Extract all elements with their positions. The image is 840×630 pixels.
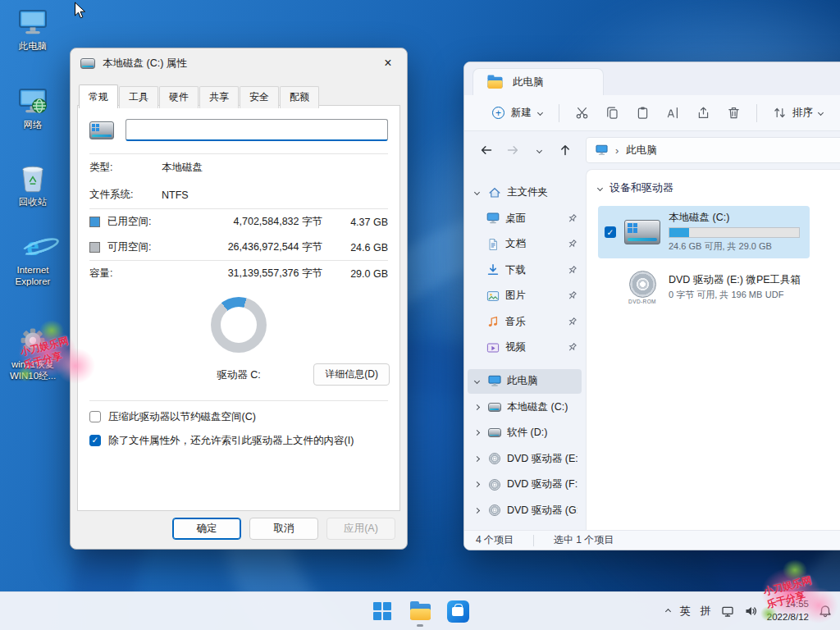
free-space-swatch [89,242,100,253]
chevron-down-icon [537,110,543,116]
sidebar-item-home[interactable]: 主文件夹 [468,180,582,205]
sidebar-item-drive-f[interactable]: DVD 驱动器 (F:) [468,472,582,497]
desktop-icon-win11-restore[interactable]: win11恢复 WIN10经... [2,325,64,382]
address-bar[interactable]: › 此电脑 [586,137,840,163]
drive-tile-f[interactable]: DVD-ROM DVD 驱动器 (F:) [819,266,840,309]
volume-label-input[interactable] [126,119,388,141]
used-space-gb: 4.37 GB [322,217,388,228]
volume-icon[interactable] [744,605,757,618]
paste-button[interactable] [628,100,657,126]
desktop-icon-this-pc[interactable]: 此电脑 [2,7,64,52]
close-icon[interactable]: × [369,49,407,77]
drive-filesystem: UDF [765,290,784,299]
rename-button[interactable] [659,100,687,126]
divider [533,535,534,546]
chevron-right-icon[interactable] [473,404,479,409]
language-indicator[interactable]: 英 [680,604,691,619]
compress-checkbox-row[interactable]: 压缩此驱动器以节约磁盘空间(C) [78,401,399,425]
sidebar-item-drive-d[interactable]: 软件 (D:) [468,421,582,445]
chevron-right-icon[interactable] [473,455,479,461]
ok-button[interactable]: 确定 [172,518,241,540]
taskbar-tray: 英 拼 14:55 2022/8/12 [666,592,832,630]
sidebar-item-downloads[interactable]: 下载 [468,258,582,282]
desktop-icon-recycle-bin[interactable]: 回收站 [2,162,64,208]
recent-locations-button[interactable] [527,138,551,162]
sidebar-item-pictures[interactable]: 图片 [468,284,582,308]
notification-bell-icon[interactable] [819,605,832,618]
file-explorer-taskbar-button[interactable] [404,595,436,628]
drive-tile-d[interactable]: 软件 (D:) [819,206,840,258]
up-button[interactable] [553,138,578,162]
drive-detail: 0 字节 可用, 共 196 MB [669,290,762,299]
forward-button[interactable] [500,138,525,162]
windows-logo-icon [373,602,391,620]
drive-tile-e[interactable]: DVD-ROM DVD 驱动器 (E:) 微PE工具箱 0 字节 可用, 共 1… [598,266,810,309]
sidebar-item-drive-g[interactable]: DVD 驱动器 (G:) [468,498,582,523]
home-icon [487,186,501,199]
capacity-row: 容量: 31,139,557,376 字节 29.0 GB [78,261,399,286]
chevron-right-icon[interactable] [473,430,479,436]
desktop-icon-network[interactable]: 网络 [2,85,64,130]
item-checkbox[interactable] [605,282,616,294]
used-space-row: 已用空间: 4,702,584,832 字节 4.37 GB [78,209,399,235]
dvd-rom-icon [629,271,656,298]
sidebar-item-drive-c[interactable]: 本地磁盘 (C:) [468,395,582,419]
desktop-icon-internet-explorer[interactable]: e Internet Explorer [2,231,64,288]
share-button[interactable] [689,100,718,126]
cut-button[interactable] [568,100,596,126]
taskbar-center-icons [366,595,474,628]
tab-general[interactable]: 常规 [79,84,118,108]
section-devices-and-drives[interactable]: 设备和驱动器 [598,180,840,195]
item-checkbox[interactable] [826,282,838,294]
windows-flag-icon [628,223,637,233]
network-icon[interactable] [721,605,734,618]
chevron-right-icon[interactable] [473,507,479,513]
index-checkbox-row[interactable]: ✓ 除了文件属性外，还允许索引此驱动器上文件的内容(I) [78,425,399,449]
item-checkbox[interactable]: ✓ [605,226,616,238]
apply-button[interactable]: 应用(A) [326,518,395,540]
drive-tile-c[interactable]: ✓ 本地磁盘 (C:) 24.6 GB 可用, 共 29.0 GB [598,206,810,258]
back-button[interactable] [474,138,499,162]
tab-security[interactable]: 安全 [240,86,279,108]
filesystem-value: NTFS [162,189,189,201]
explorer-titlebar[interactable]: 此电脑 [464,62,840,95]
details-button[interactable]: 详细信息(D) [313,363,390,386]
clock[interactable]: 14:55 2022/8/12 [767,598,809,623]
start-button[interactable] [366,595,399,628]
downloads-icon [486,263,500,276]
desktop-icon-label: win11恢复 WIN10经... [2,358,63,382]
copy-button[interactable] [598,100,627,126]
store-taskbar-button[interactable] [441,595,474,628]
ime-mode-indicator[interactable]: 拼 [701,604,711,619]
explorer-tab-this-pc[interactable]: 此电脑 [472,68,604,95]
delete-button[interactable] [719,100,748,126]
tab-sharing[interactable]: 共享 [199,86,239,108]
sidebar-item-this-pc[interactable]: 此电脑 [468,369,582,394]
tab-tools[interactable]: 工具 [119,86,158,108]
sidebar-item-videos[interactable]: 视频 [468,336,582,360]
sidebar-item-desktop[interactable]: 桌面 [468,206,582,231]
sidebar-item-drive-e[interactable]: DVD 驱动器 (E:) [468,446,582,471]
desktop-icon-label: 回收站 [19,196,48,208]
hidden-icons-chevron-icon[interactable] [665,608,671,614]
pin-icon [567,290,578,301]
sidebar-item-documents[interactable]: 文档 [468,232,582,257]
cancel-button[interactable]: 取消 [249,518,318,540]
chevron-right-icon[interactable] [473,482,479,487]
tab-quota[interactable]: 配额 [280,86,319,108]
index-checkbox[interactable]: ✓ [89,435,101,446]
new-button[interactable]: + 新建 [484,100,550,126]
pin-icon [567,265,578,276]
tab-hardware[interactable]: 硬件 [159,86,199,108]
dialog-buttons: 确定 取消 应用(A) [172,518,395,540]
compress-checkbox[interactable] [89,411,101,422]
explorer-tab-title: 此电脑 [513,75,544,89]
capacity-bytes: 31,139,557,376 字节 [162,267,322,281]
breadcrumb-this-pc[interactable]: 此电脑 [626,144,657,158]
sidebar-item-music[interactable]: 音乐 [468,309,582,334]
desktop-icon-label: 此电脑 [19,40,48,52]
sort-button[interactable]: 排序 [765,100,830,126]
item-checkbox[interactable] [826,226,838,238]
chevron-down-icon [818,110,824,116]
drive-tiles-grid: ✓ 本地磁盘 (C:) 24.6 GB 可用, 共 29.0 GB [598,206,840,309]
